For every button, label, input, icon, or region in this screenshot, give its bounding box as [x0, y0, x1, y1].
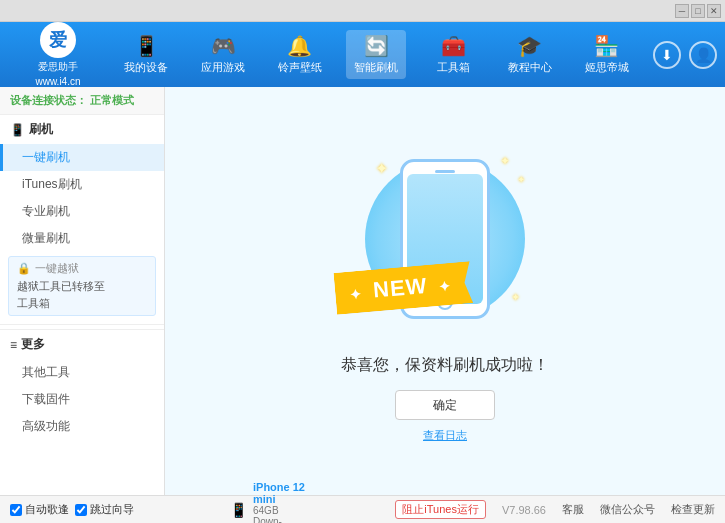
nav-my-device[interactable]: 📱 我的设备 — [116, 30, 176, 79]
itunes-flash-label: iTunes刷机 — [22, 177, 82, 191]
more-label: 更多 — [21, 336, 45, 353]
flash-section: 📱 刷机 一键刷机 iTunes刷机 专业刷机 微量刷机 — [0, 115, 164, 252]
jailbreak-content-line2: 工具箱 — [17, 295, 147, 312]
sparkle-1: ✦ — [375, 159, 388, 178]
minimize-button[interactable]: ─ — [675, 4, 689, 18]
jailbreak-content: 越狱工具已转移至 工具箱 — [17, 278, 147, 311]
pro-flash-label: 专业刷机 — [22, 204, 70, 218]
logo-char: 爱 — [49, 28, 67, 52]
checkbox-skip-wizard[interactable]: 跳过向导 — [75, 502, 134, 517]
device-model: Down-12mini-13,1 — [253, 516, 313, 523]
logo-area: 爱 爱思助手 www.i4.cn — [8, 22, 108, 87]
smart-flash-icon: 🔄 — [364, 34, 389, 58]
jailbreak-header: 🔒 一键越狱 — [17, 261, 147, 276]
advanced-label: 高级功能 — [22, 419, 70, 433]
version-text: V7.98.66 — [502, 504, 546, 516]
window-controls: ─ □ ✕ — [675, 4, 721, 18]
lock-icon: 🔒 — [17, 262, 31, 275]
sidebar-item-one-click-flash[interactable]: 一键刷机 — [0, 144, 164, 171]
tutorials-label: 教程中心 — [508, 60, 552, 75]
sidebar: 设备连接状态： 正常模式 📱 刷机 一键刷机 iTunes刷机 专业刷机 微量刷… — [0, 87, 165, 495]
main-area: 设备连接状态： 正常模式 📱 刷机 一键刷机 iTunes刷机 专业刷机 微量刷… — [0, 87, 725, 495]
sidebar-item-pro-flash[interactable]: 专业刷机 — [0, 198, 164, 225]
illustration: ✦ ✦ ✦ ✦ NEW — [345, 139, 545, 339]
bottom-device-info: 📱 iPhone 12 mini 64GB Down-12mini-13,1 — [230, 481, 313, 523]
status-bar: 设备连接状态： 正常模式 — [0, 87, 164, 115]
user-button[interactable]: 👤 — [689, 41, 717, 69]
customer-service-link[interactable]: 客服 — [562, 502, 584, 517]
my-device-icon: 📱 — [134, 34, 159, 58]
logo-line2: www.i4.cn — [35, 76, 80, 87]
download-firmware-label: 下载固件 — [22, 392, 70, 406]
download-button[interactable]: ⬇ — [653, 41, 681, 69]
sparkle-4: ✦ — [511, 291, 520, 304]
title-bar: ─ □ ✕ — [0, 0, 725, 22]
nav-items: 📱 我的设备 🎮 应用游戏 🔔 铃声壁纸 🔄 智能刷机 🧰 工具箱 🎓 教程中心… — [108, 30, 645, 79]
status-value: 正常模式 — [90, 94, 134, 106]
new-ribbon-text: NEW — [372, 273, 428, 303]
auto-close-label: 自动歌逢 — [25, 502, 69, 517]
more-icon: ≡ — [10, 338, 17, 352]
nav-smart-flash[interactable]: 🔄 智能刷机 — [346, 30, 406, 79]
bottom-right: 阻止iTunes运行 V7.98.66 客服 微信公众号 检查更新 — [395, 500, 715, 519]
device-text-info: iPhone 12 mini 64GB Down-12mini-13,1 — [253, 481, 313, 523]
wechat-link[interactable]: 微信公众号 — [600, 502, 655, 517]
check-update-link[interactable]: 检查更新 — [671, 502, 715, 517]
skip-wizard-checkbox[interactable] — [75, 504, 87, 516]
device-storage: 64GB — [253, 505, 313, 516]
sidebar-item-other-tools[interactable]: 其他工具 — [0, 359, 164, 386]
stop-itunes-button[interactable]: 阻止iTunes运行 — [395, 500, 486, 519]
sidebar-item-download-firmware[interactable]: 下载固件 — [0, 386, 164, 413]
ringtones-label: 铃声壁纸 — [278, 60, 322, 75]
sidebar-item-itunes-flash[interactable]: iTunes刷机 — [0, 171, 164, 198]
flash-section-header: 📱 刷机 — [0, 115, 164, 144]
more-section-header: ≡ 更多 — [0, 329, 164, 359]
flash-section-label: 刷机 — [29, 121, 53, 138]
nav-ringtones[interactable]: 🔔 铃声壁纸 — [270, 30, 330, 79]
auto-close-checkbox[interactable] — [10, 504, 22, 516]
bottom-bar: 自动歌逢 跳过向导 📱 iPhone 12 mini 64GB Down-12m… — [0, 495, 725, 523]
nav-apps-games[interactable]: 🎮 应用游戏 — [193, 30, 253, 79]
confirm-button-label: 确定 — [433, 397, 457, 414]
apps-games-label: 应用游戏 — [201, 60, 245, 75]
logo-icon: 爱 — [40, 22, 76, 58]
success-text: 恭喜您，保资料刷机成功啦！ — [341, 355, 549, 376]
apple-city-icon: 🏪 — [594, 34, 619, 58]
logo-line1: 爱思助手 — [38, 60, 78, 74]
device-phone-icon: 📱 — [230, 502, 247, 518]
phone-speaker — [435, 170, 455, 173]
ringtones-icon: 🔔 — [287, 34, 312, 58]
sidebar-item-micro-flash[interactable]: 微量刷机 — [0, 225, 164, 252]
confirm-button[interactable]: 确定 — [395, 390, 495, 420]
nav-apple-city[interactable]: 🏪 姬思帝城 — [577, 30, 637, 79]
smart-flash-label: 智能刷机 — [354, 60, 398, 75]
nav-toolbox[interactable]: 🧰 工具箱 — [423, 30, 483, 79]
jailbreak-label: 一键越狱 — [35, 261, 79, 276]
sidebar-divider-1 — [0, 324, 164, 325]
sparkle-2: ✦ — [500, 154, 510, 168]
checkbox-auto-close[interactable]: 自动歌逢 — [10, 502, 69, 517]
bottom-checkboxes: 自动歌逢 跳过向导 — [10, 502, 230, 517]
maximize-button[interactable]: □ — [691, 4, 705, 18]
jailbreak-sub-section: 🔒 一键越狱 越狱工具已转移至 工具箱 — [8, 256, 156, 316]
skip-wizard-label: 跳过向导 — [90, 502, 134, 517]
nav-tutorials[interactable]: 🎓 教程中心 — [500, 30, 560, 79]
apps-games-icon: 🎮 — [211, 34, 236, 58]
status-label: 设备连接状态： — [10, 94, 87, 106]
jailbreak-content-line1: 越狱工具已转移至 — [17, 278, 147, 295]
my-device-label: 我的设备 — [124, 60, 168, 75]
center-content: ✦ ✦ ✦ ✦ NEW 恭喜您，保资料刷机成功啦！ 确定 查看日志 — [165, 87, 725, 495]
close-button[interactable]: ✕ — [707, 4, 721, 18]
flash-section-icon: 📱 — [10, 123, 25, 137]
device-name: iPhone 12 mini — [253, 481, 313, 505]
secondary-link[interactable]: 查看日志 — [423, 428, 467, 443]
sidebar-item-advanced[interactable]: 高级功能 — [0, 413, 164, 440]
toolbox-label: 工具箱 — [437, 60, 470, 75]
one-click-flash-label: 一键刷机 — [22, 150, 70, 164]
micro-flash-label: 微量刷机 — [22, 231, 70, 245]
sparkle-3: ✦ — [517, 174, 525, 185]
tutorials-icon: 🎓 — [517, 34, 542, 58]
other-tools-label: 其他工具 — [22, 365, 70, 379]
top-nav: 爱 爱思助手 www.i4.cn 📱 我的设备 🎮 应用游戏 🔔 铃声壁纸 🔄 … — [0, 22, 725, 87]
nav-right-buttons: ⬇ 👤 — [653, 41, 717, 69]
